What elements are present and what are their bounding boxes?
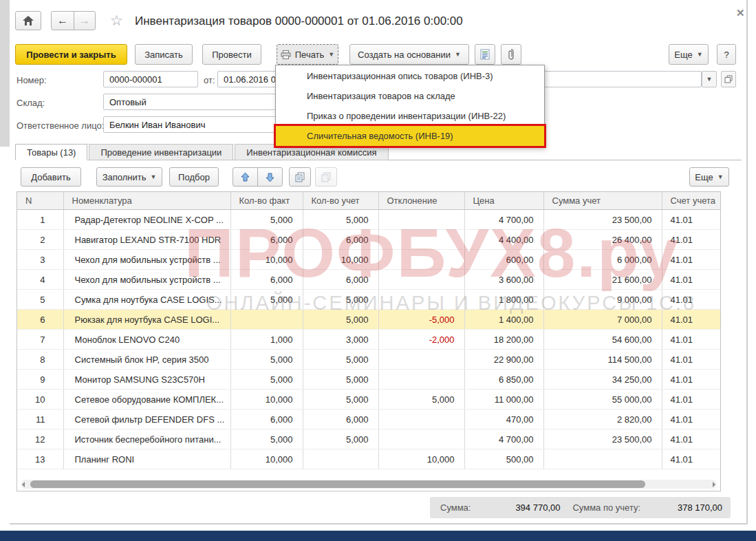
cell-acc[interactable]: 3,000 [303, 330, 378, 350]
cell-fact[interactable]: 10,000 [230, 250, 303, 270]
col-header-n[interactable]: N [17, 192, 63, 210]
table-row[interactable]: 5Сумка для ноутбука CASE LOGIS...5,0005,… [17, 290, 720, 310]
cell-fact[interactable]: 5,000 [230, 210, 303, 230]
table-row[interactable]: 2Навигатор LEXAND STR-7100 HDR6,0006,000… [17, 230, 720, 250]
cell-acc[interactable]: 5,000 [303, 290, 378, 310]
pick-button[interactable]: Подбор [169, 167, 219, 187]
cell-sum[interactable]: 34 250,00 [543, 370, 662, 390]
cell-acc[interactable]: 6,000 [303, 410, 378, 429]
cell-n[interactable]: 4 [17, 270, 63, 290]
cell-n[interactable]: 3 [17, 250, 63, 270]
cell-account[interactable]: 41.01 [662, 429, 720, 449]
cell-price[interactable]: 470,00 [464, 410, 543, 429]
cell-dev[interactable]: -2,000 [378, 330, 464, 350]
cell-dev[interactable] [378, 250, 464, 270]
cell-fact[interactable]: 5,000 [230, 350, 303, 370]
number-input[interactable]: 0000-000001 [103, 71, 198, 87]
cell-account[interactable]: 41.01 [662, 310, 720, 330]
cell-acc[interactable]: 5,000 [303, 390, 378, 410]
fill-button[interactable]: Заполнить ▼ [96, 167, 162, 187]
cell-acc[interactable]: 6,000 [303, 270, 378, 290]
cell-n[interactable]: 11 [17, 410, 63, 429]
cell-price[interactable]: 4 700,00 [464, 210, 543, 230]
cell-name[interactable]: Моноблок LENOVO C240 [63, 330, 230, 350]
cell-acc[interactable] [303, 449, 378, 469]
cell-sum[interactable]: 21 600,00 [543, 270, 662, 290]
table-row[interactable]: 10Сетевое оборудование КОМПЛЕК...10,0005… [17, 390, 720, 410]
cell-account[interactable]: 41.01 [662, 250, 720, 270]
cell-name[interactable]: Источник бесперебойного питани... [63, 429, 230, 449]
cell-acc[interactable]: 5,000 [303, 370, 378, 390]
col-header-account[interactable]: Счет учета [662, 192, 720, 210]
cell-acc[interactable]: 6,000 [303, 230, 378, 250]
cell-dev[interactable]: -5,000 [378, 310, 464, 330]
cell-sum[interactable]: 2 820,00 [543, 410, 662, 429]
cell-acc[interactable]: 5,000 [303, 429, 378, 449]
cell-sum[interactable]: 23 500,00 [543, 210, 662, 230]
cell-price[interactable]: 6 850,00 [464, 370, 543, 390]
cell-sum[interactable]: 9 000,00 [543, 290, 662, 310]
cell-name[interactable]: Монитор SAMSUNG S23C570H [63, 370, 230, 390]
add-row-button[interactable]: Добавить [21, 167, 81, 187]
cell-n[interactable]: 6 [17, 310, 63, 330]
col-header-qty-acc[interactable]: Кол-во учет [303, 192, 378, 210]
cell-name[interactable]: Чехол для мобильных устройств ... [63, 270, 230, 290]
cell-dev[interactable] [378, 370, 464, 390]
organization-dropdown-button[interactable]: ▼ [702, 71, 717, 87]
print-menu-item[interactable]: Инвентаризация товаров на складе [276, 86, 544, 106]
cell-account[interactable]: 41.01 [662, 449, 720, 469]
cell-dev[interactable] [378, 230, 464, 250]
cell-dev[interactable] [378, 429, 464, 449]
cell-n[interactable]: 12 [17, 429, 63, 449]
col-header-deviation[interactable]: Отклонение [378, 192, 464, 210]
print-menu-item[interactable]: Сличительная ведомость (ИНВ-19) [276, 126, 544, 146]
cell-account[interactable]: 41.01 [662, 410, 720, 429]
print-menu-item[interactable]: Инвентаризационная опись товаров (ИНВ-3) [276, 66, 544, 86]
table-row[interactable]: 13Планинг RONI10,00010,000500,0041.01 [17, 449, 720, 469]
col-header-price[interactable]: Цена [464, 192, 543, 210]
tab-inventory-execution[interactable]: Проведение инвентаризации [89, 144, 233, 160]
cell-name[interactable]: Радар-Детектор NEOLINE X-COP ... [63, 210, 230, 230]
cell-n[interactable]: 1 [17, 210, 63, 230]
cell-sum[interactable]: 7 000,00 [543, 310, 662, 330]
post-button[interactable]: Провести [202, 44, 261, 65]
cell-price[interactable]: 11 000,00 [464, 390, 543, 410]
cell-sum[interactable]: 54 600,00 [543, 330, 662, 350]
organization-open-button[interactable] [721, 71, 736, 87]
more-button[interactable]: Еще ▼ [669, 44, 709, 65]
cell-n[interactable]: 2 [17, 230, 63, 250]
cell-acc[interactable]: 5,000 [303, 350, 378, 370]
cell-account[interactable]: 41.01 [662, 390, 720, 410]
move-row-down-button[interactable] [257, 167, 283, 187]
cell-account[interactable]: 41.01 [662, 370, 720, 390]
table-row[interactable]: 6Рюкзак для ноутбука CASE LOGI...5,000-5… [17, 310, 720, 330]
cell-sum[interactable]: 114 500,00 [543, 350, 662, 370]
cell-dev[interactable] [378, 350, 464, 370]
table-row[interactable]: 7Моноблок LENOVO C2401,0003,000-2,00018 … [17, 330, 720, 350]
cell-account[interactable]: 41.01 [662, 350, 720, 370]
table-row[interactable]: 1Радар-Детектор NEOLINE X-COP ...5,0005,… [17, 210, 720, 230]
forward-button[interactable]: → [74, 11, 96, 30]
cell-sum[interactable]: 26 400,00 [543, 230, 662, 250]
cell-name[interactable]: Сетевое оборудование КОМПЛЕК... [63, 390, 230, 410]
col-header-nomenclature[interactable]: Номенклатура [63, 192, 230, 210]
cell-fact[interactable]: 6,000 [230, 270, 303, 290]
table-row[interactable]: 12Источник бесперебойного питани...5,000… [17, 429, 720, 449]
table-row[interactable]: 3Чехол для мобильных устройств ...10,000… [17, 250, 720, 270]
cell-fact[interactable]: 5,000 [230, 429, 303, 449]
cell-fact[interactable]: 5,000 [230, 370, 303, 390]
cell-sum[interactable]: 55 000,00 [543, 390, 662, 410]
cell-fact[interactable]: 5,000 [230, 290, 303, 310]
print-menu-item[interactable]: Приказ о проведении инвентаризации (ИНВ-… [276, 106, 544, 126]
cell-name[interactable]: Рюкзак для ноутбука CASE LOGI... [63, 310, 230, 330]
table-row[interactable]: 11Сетевой фильтр DEFENDER DFS ...6,0006,… [17, 410, 720, 429]
scroll-right-icon[interactable] [713, 482, 715, 487]
cell-account[interactable]: 41.01 [662, 210, 720, 230]
cell-account[interactable]: 41.01 [662, 270, 720, 290]
close-icon[interactable]: ✕ [736, 7, 745, 19]
cell-acc[interactable]: 5,000 [303, 210, 378, 230]
tab-goods[interactable]: Товары (13) [15, 144, 87, 160]
cell-dev[interactable] [378, 270, 464, 290]
create-based-on-button[interactable]: Создать на основании ▼ [349, 44, 469, 65]
cell-dev[interactable] [378, 410, 464, 429]
